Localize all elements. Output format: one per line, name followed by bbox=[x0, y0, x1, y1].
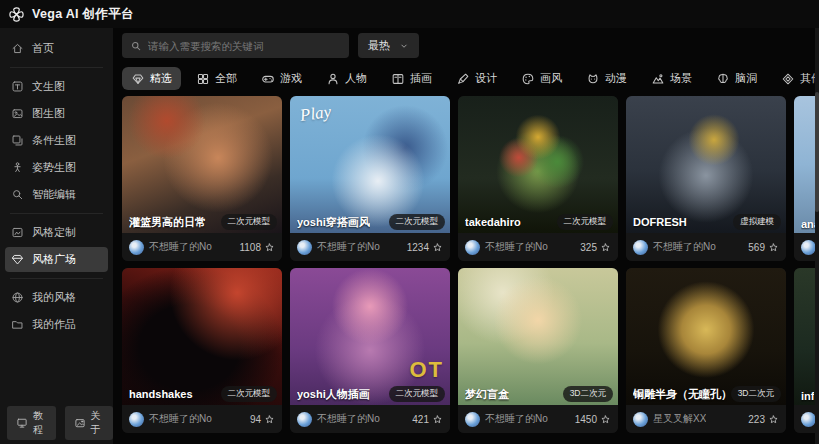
card-footer: 不想睡了的No94 bbox=[122, 405, 282, 433]
author-avatar bbox=[129, 240, 144, 255]
about-icon bbox=[74, 417, 86, 429]
card-tag: 二次元模型 bbox=[389, 214, 446, 230]
sidebar-item-label: 首页 bbox=[32, 41, 54, 56]
sidebar-item-style-custom[interactable]: 风格定制 bbox=[5, 220, 108, 245]
sort-dropdown[interactable]: 最热 bbox=[358, 33, 419, 58]
brain-icon bbox=[716, 72, 730, 86]
sidebar-item-style-plaza[interactable]: 风格广场 bbox=[5, 247, 108, 272]
card-likes[interactable]: 421 bbox=[412, 414, 443, 425]
tab-person[interactable]: 人物 bbox=[317, 67, 376, 90]
style-card[interactable]: handshakes二次元模型不想睡了的No94 bbox=[122, 268, 282, 433]
home-icon bbox=[11, 42, 24, 55]
card-likes[interactable]: 1234 bbox=[407, 242, 443, 253]
sidebar-item-text-to-image[interactable]: 文生图 bbox=[5, 74, 108, 99]
tab-anime[interactable]: 动漫 bbox=[577, 67, 636, 90]
style-card[interactable]: 梦幻盲盒3D二次元不想睡了的No1450 bbox=[458, 268, 618, 433]
style-card[interactable]: 灌篮男高的日常二次元模型不想睡了的No1108 bbox=[122, 96, 282, 261]
sidebar-item-image-to-image[interactable]: 图生图 bbox=[5, 101, 108, 126]
sidebar-item-label: 风格广场 bbox=[32, 252, 76, 267]
style-card[interactable]: Playyoshi穿搭画风二次元模型不想睡了的No1234 bbox=[290, 96, 450, 261]
author-avatar bbox=[465, 240, 480, 255]
tab-all[interactable]: 全部 bbox=[187, 67, 246, 90]
sidebar-item-smart-edit[interactable]: 智能编辑 bbox=[5, 182, 108, 207]
author-name: 不想睡了的No bbox=[317, 240, 380, 254]
vega-logo-icon bbox=[8, 6, 25, 23]
image-to-image-icon bbox=[11, 107, 24, 120]
tab-label: 动漫 bbox=[605, 71, 627, 86]
card-image: 灌篮男高的日常二次元模型 bbox=[122, 96, 282, 233]
author-name: 不想睡了的No bbox=[149, 240, 212, 254]
likes-count: 421 bbox=[412, 414, 429, 425]
style-card[interactable]: 铜雕半身（无瞳孔）3D二次元星叉叉解XX223 bbox=[626, 268, 786, 433]
scrollbar-thumb[interactable] bbox=[815, 92, 819, 212]
author-avatar bbox=[297, 240, 312, 255]
tab-brain[interactable]: 脑洞 bbox=[707, 67, 766, 90]
author-name: 不想睡了的No bbox=[149, 412, 212, 426]
likes-count: 223 bbox=[748, 414, 765, 425]
smart-edit-icon bbox=[11, 188, 24, 201]
sidebar-item-my-style[interactable]: 我的风格 bbox=[5, 285, 108, 310]
sidebar-divider bbox=[10, 213, 103, 214]
sidebar-item-label: 姿势生图 bbox=[32, 160, 76, 175]
style-card[interactable]: DOFRESH虚拟建模不想睡了的No569 bbox=[626, 96, 786, 261]
card-likes[interactable]: 569 bbox=[748, 242, 779, 253]
card-footer: 不想睡了的No1234 bbox=[290, 233, 450, 261]
tab-label: 全部 bbox=[215, 71, 237, 86]
sort-label: 最热 bbox=[368, 38, 390, 53]
tab-design[interactable]: 设计 bbox=[447, 67, 506, 90]
card-likes[interactable]: 325 bbox=[580, 242, 611, 253]
sidebar-item-label: 条件生图 bbox=[32, 133, 76, 148]
card-likes[interactable]: 1450 bbox=[575, 414, 611, 425]
sidebar-item-my-works[interactable]: 我的作品 bbox=[5, 312, 108, 337]
tab-label: 插画 bbox=[410, 71, 432, 86]
scene-icon bbox=[651, 72, 665, 86]
card-image: 铜雕半身（无瞳孔）3D二次元 bbox=[626, 268, 786, 405]
sidebar-item-label: 图生图 bbox=[32, 106, 65, 121]
tab-artstyle[interactable]: 画风 bbox=[512, 67, 571, 90]
card-image: OTyoshi人物插画二次元模型 bbox=[290, 268, 450, 405]
sidebar: 首页文生图图生图条件生图姿势生图智能编辑风格定制风格广场我的风格我的作品 教程关… bbox=[0, 28, 113, 444]
tab-illustration[interactable]: 插画 bbox=[382, 67, 441, 90]
style-card[interactable]: OTyoshi人物插画二次元模型不想睡了的No421 bbox=[290, 268, 450, 433]
style-card[interactable]: takedahiro二次元模型不想睡了的No325 bbox=[458, 96, 618, 261]
search-input[interactable] bbox=[148, 40, 341, 52]
tab-label: 人物 bbox=[345, 71, 367, 86]
tutorial-button[interactable]: 教程 bbox=[7, 406, 56, 440]
star-icon bbox=[600, 242, 611, 253]
scrollbar-track bbox=[815, 28, 819, 444]
illustration-icon bbox=[391, 72, 405, 86]
card-image: DOFRESH虚拟建模 bbox=[626, 96, 786, 233]
star-icon bbox=[432, 414, 443, 425]
card-title: yoshi穿搭画风 bbox=[297, 215, 370, 230]
design-icon bbox=[456, 72, 470, 86]
tab-other[interactable]: 其他 bbox=[772, 67, 819, 90]
sidebar-item-pose-image[interactable]: 姿势生图 bbox=[5, 155, 108, 180]
card-tag: 二次元模型 bbox=[557, 214, 614, 230]
tab-featured[interactable]: 精选 bbox=[122, 67, 181, 90]
sidebar-item-label: 智能编辑 bbox=[32, 187, 76, 202]
card-title: takedahiro bbox=[465, 216, 521, 228]
card-title: yoshi人物插画 bbox=[297, 387, 370, 402]
card-image: handshakes二次元模型 bbox=[122, 268, 282, 405]
tab-label: 设计 bbox=[475, 71, 497, 86]
card-title: DOFRESH bbox=[633, 216, 687, 228]
likes-count: 325 bbox=[580, 242, 597, 253]
style-custom-icon bbox=[11, 226, 24, 239]
sidebar-item-condition-image[interactable]: 条件生图 bbox=[5, 128, 108, 153]
sidebar-divider bbox=[10, 278, 103, 279]
tab-scene[interactable]: 场景 bbox=[642, 67, 701, 90]
card-author: 星叉叉解XX bbox=[633, 412, 706, 427]
search-box[interactable] bbox=[122, 33, 349, 58]
star-icon bbox=[768, 242, 779, 253]
game-icon bbox=[261, 72, 275, 86]
card-likes[interactable]: 94 bbox=[250, 414, 275, 425]
card-footer: 不想睡了的No569 bbox=[626, 233, 786, 261]
star-icon bbox=[600, 414, 611, 425]
tab-label: 场景 bbox=[670, 71, 692, 86]
about-button[interactable]: 关于 bbox=[65, 406, 114, 440]
author-name: 不想睡了的No bbox=[485, 412, 548, 426]
tab-game[interactable]: 游戏 bbox=[252, 67, 311, 90]
card-likes[interactable]: 1108 bbox=[239, 242, 275, 253]
sidebar-item-home[interactable]: 首页 bbox=[5, 36, 108, 61]
card-likes[interactable]: 223 bbox=[748, 414, 779, 425]
